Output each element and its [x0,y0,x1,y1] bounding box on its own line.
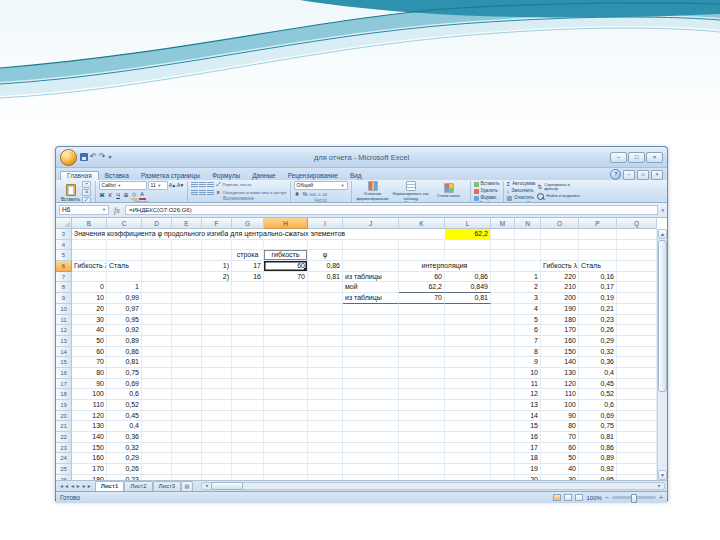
cell-G9[interactable] [232,293,264,304]
cell-G13[interactable] [232,336,264,347]
cell-L5[interactable] [445,250,491,261]
cell-C8[interactable]: 1 [107,282,142,293]
cell-P3[interactable] [579,229,617,240]
cell-G16[interactable] [232,368,264,379]
cell-J20[interactable] [343,411,399,422]
cell-L22[interactable] [445,432,491,443]
cell-N14[interactable]: 8 [515,347,541,358]
cell-H15[interactable] [264,357,308,368]
bold-button[interactable]: Ж [99,192,106,199]
row-header-22[interactable]: 22 [56,432,72,443]
col-header-H[interactable]: H [264,218,308,229]
paste-button[interactable]: Вставить [61,184,80,202]
fill-color-icon[interactable]: ◇ [131,191,138,200]
cell-C21[interactable]: 0,4 [107,421,142,432]
cell-K6[interactable]: интерполяция [399,261,491,272]
cell-M25[interactable] [491,464,515,475]
cell-C7[interactable] [107,272,142,283]
fill-button[interactable]: ↓Заполнить [507,188,536,194]
sheet-tab-Лист1[interactable]: Лист1 [95,481,125,491]
cell-I11[interactable] [308,315,343,326]
cell-Q11[interactable] [617,315,657,326]
col-header-K[interactable]: K [399,218,445,229]
cell-I9[interactable] [308,293,343,304]
cell-M12[interactable] [491,325,515,336]
cell-G8[interactable] [232,282,264,293]
cell-I4[interactable] [308,240,343,251]
cell-L10[interactable] [445,304,491,315]
cell-G22[interactable] [232,432,264,443]
font-color-icon[interactable]: А [139,191,146,200]
cell-C25[interactable]: 0,26 [107,464,142,475]
workbook-restore-button[interactable]: □ [637,170,649,180]
cell-K16[interactable] [399,368,445,379]
cell-L15[interactable] [445,357,491,368]
align-left-icon[interactable] [191,190,198,196]
cell-L12[interactable] [445,325,491,336]
col-header-J[interactable]: J [343,218,399,229]
cell-B10[interactable]: 20 [72,304,107,315]
cell-E17[interactable] [172,379,202,390]
workbook-close-button[interactable]: × [651,170,663,180]
col-header-D[interactable]: D [142,218,172,229]
name-box-dropdown-icon[interactable]: ▼ [102,206,106,214]
cell-C19[interactable]: 0,52 [107,400,142,411]
cell-P22[interactable]: 0,81 [579,432,617,443]
cell-I16[interactable] [308,368,343,379]
cell-F22[interactable] [202,432,232,443]
cell-H12[interactable] [264,325,308,336]
cell-P10[interactable]: 0,21 [579,304,617,315]
vertical-scrollbar[interactable]: ▲ ▼ [657,229,667,480]
align-right-icon[interactable] [207,190,214,196]
cell-M23[interactable] [491,443,515,454]
cell-I25[interactable] [308,464,343,475]
cell-I8[interactable] [308,282,343,293]
row-header-23[interactable]: 23 [56,443,72,454]
cell-M22[interactable] [491,432,515,443]
cell-M11[interactable] [491,315,515,326]
cell-G7[interactable]: 16 [232,272,264,283]
scroll-down-icon[interactable]: ▼ [658,470,667,480]
cell-O9[interactable]: 200 [541,293,579,304]
cell-C20[interactable]: 0,45 [107,411,142,422]
row-header-7[interactable]: 7 [56,272,72,283]
cell-D19[interactable] [142,400,172,411]
zoom-slider-knob[interactable] [631,494,637,503]
insert-cells-button[interactable]: Вставить [474,181,500,187]
cell-L11[interactable] [445,315,491,326]
cell-K8[interactable]: 62,2 [399,282,445,293]
cell-K13[interactable] [399,336,445,347]
cell-J7[interactable]: из таблицы [343,272,399,283]
horizontal-scrollbar[interactable]: ◄ ► [201,482,665,490]
cell-F18[interactable] [202,389,232,400]
row-header-20[interactable]: 20 [56,411,72,422]
prev-sheet-icon[interactable]: ◄ [70,483,75,490]
zoom-slider[interactable] [612,496,656,499]
col-header-B[interactable]: B [72,218,107,229]
cell-B17[interactable]: 90 [72,379,107,390]
cell-E23[interactable] [172,443,202,454]
cell-D6[interactable] [142,261,172,272]
cell-E10[interactable] [172,304,202,315]
cell-I18[interactable] [308,389,343,400]
cell-H6[interactable]: 60 [264,261,308,272]
cell-O25[interactable]: 40 [541,464,579,475]
row-header-17[interactable]: 17 [56,379,72,390]
cell-F7[interactable]: 2) [202,272,232,283]
col-header-C[interactable]: C [107,218,142,229]
cell-N21[interactable]: 15 [515,421,541,432]
cell-O5[interactable] [541,250,579,261]
cell-O17[interactable]: 120 [541,379,579,390]
cell-I5[interactable]: φ [308,250,343,261]
cell-L16[interactable] [445,368,491,379]
cell-F8[interactable] [202,282,232,293]
cell-B20[interactable]: 120 [72,411,107,422]
cell-L8[interactable]: 0,849 [445,282,491,293]
cell-K12[interactable] [399,325,445,336]
cell-Q14[interactable] [617,347,657,358]
cell-M3[interactable] [491,229,515,240]
cell-G12[interactable] [232,325,264,336]
cell-H14[interactable] [264,347,308,358]
cell-J6[interactable] [343,261,399,272]
cell-B7[interactable] [72,272,107,283]
